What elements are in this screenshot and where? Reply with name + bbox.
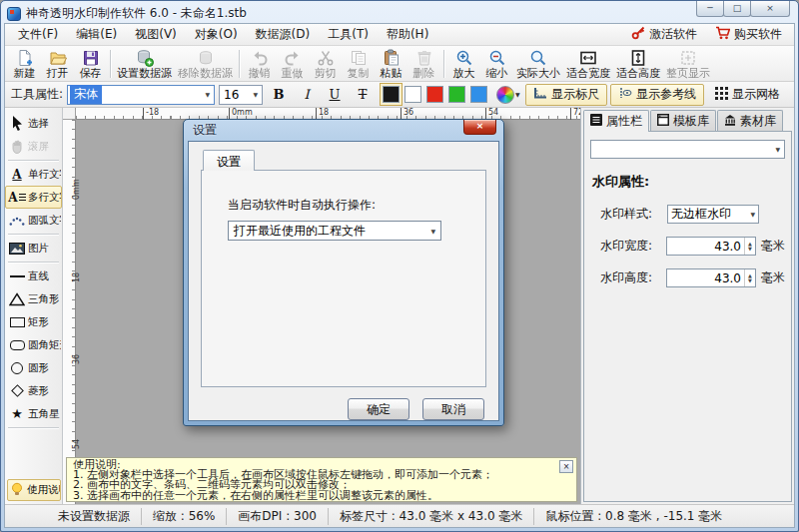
menu-right-actions: 激活软件 购买软件 <box>623 24 790 45</box>
set-datasource-button[interactable]: 设置数据源 <box>114 47 175 81</box>
tool-select[interactable]: 选择 <box>5 112 62 135</box>
undo-button[interactable]: 撤销 <box>243 47 276 81</box>
menu-item[interactable]: 帮助(H) <box>378 23 437 46</box>
menu-item[interactable]: 数据源(D) <box>247 23 320 46</box>
watermark-height-stepper[interactable]: 43.0 ▲▼ <box>666 268 756 287</box>
tool-rectangle[interactable]: 矩形 <box>5 310 62 333</box>
tab-materials[interactable]: 素材库 <box>717 110 783 132</box>
dialog-tab-settings[interactable]: 设置 <box>203 150 255 171</box>
fit-height-button[interactable]: 适合高度 <box>613 47 663 81</box>
element-selector-dropdown[interactable] <box>590 140 785 159</box>
maximize-button[interactable]: □ <box>723 1 751 17</box>
font-size-combo[interactable]: 16 <box>219 85 263 105</box>
dialog-close-button[interactable]: × <box>463 120 496 135</box>
save-floppy-icon <box>82 49 100 68</box>
close-button[interactable]: × <box>750 1 790 17</box>
bold-button[interactable]: B <box>267 84 291 106</box>
font-family-combo[interactable]: 宋体 <box>67 85 215 105</box>
startup-action-label: 当启动软件时自动执行操作: <box>228 197 485 214</box>
color-swatch[interactable] <box>383 86 400 103</box>
menu-item[interactable]: 工具(T) <box>319 23 378 46</box>
remove-datasource-button[interactable]: 移除数据源 <box>175 47 236 81</box>
dialog-title-bar[interactable]: 设置 <box>184 120 503 141</box>
menu-item[interactable]: 文件(F) <box>9 23 67 46</box>
minimize-button[interactable]: ─ <box>696 1 724 17</box>
clipboard-paste-icon <box>383 49 400 68</box>
tab-properties[interactable]: 属性栏 <box>583 110 649 132</box>
cut-button[interactable]: 剪切 <box>309 47 342 81</box>
usage-help-button[interactable]: 使用说明 <box>7 479 61 501</box>
tool-arc-text[interactable]: 圆弧文字 <box>5 209 62 232</box>
color-wheel-icon <box>496 86 514 104</box>
panel-tabs: 属性栏 模板库 素材库 <box>581 108 794 132</box>
tool-image[interactable]: 图片 <box>5 237 62 260</box>
usage-help-box: 使用说明:1. 左侧对象栏中选择一个工具后，在画布区域按住鼠标左键拖动，即可添加… <box>66 457 577 502</box>
redo-button[interactable]: 重做 <box>276 47 309 81</box>
tool-triangle[interactable]: 三角形 <box>5 287 62 310</box>
help-close-button[interactable]: × <box>559 460 573 473</box>
delete-button[interactable]: 删除 <box>407 47 440 81</box>
actual-size-button[interactable]: 实际大小 <box>513 47 563 81</box>
zoom-in-button[interactable]: 放大 <box>447 47 480 81</box>
status-item: 标签尺寸 : 43.0 毫米 x 43.0 毫米 <box>328 508 533 525</box>
tool-star[interactable]: ★ 五角星 <box>5 402 62 425</box>
tool-diamond[interactable]: 菱形 <box>5 379 62 402</box>
sidebar-separator <box>8 234 59 235</box>
tool-circle[interactable]: 圆形 <box>5 356 62 379</box>
open-button[interactable]: 打开 <box>41 47 74 81</box>
color-swatch[interactable] <box>448 86 465 103</box>
watermark-style-row: 水印样式: 无边框水印 <box>600 205 785 224</box>
fit-width-icon <box>579 49 597 68</box>
copy-button[interactable]: 复制 <box>342 47 375 81</box>
tool-rounded-rectangle[interactable]: 圆角矩形 <box>5 333 62 356</box>
spinner-arrows-icon[interactable]: ▲▼ <box>744 269 755 286</box>
fit-width-button[interactable]: 适合宽度 <box>563 47 613 81</box>
color-swatch[interactable] <box>404 86 421 103</box>
watermark-width-stepper[interactable]: 43.0 ▲▼ <box>666 237 756 256</box>
menu-item[interactable]: 对象(O) <box>186 23 247 46</box>
ruler-label: -18 <box>143 108 159 120</box>
tool-line[interactable]: 直线 <box>5 265 62 287</box>
show-grid-toggle[interactable]: 显示网格 <box>707 84 788 106</box>
tool-single-line-text[interactable]: A 单行文字 <box>5 163 62 186</box>
italic-button[interactable]: I <box>295 84 319 106</box>
activate-software-button[interactable]: 激活软件 <box>623 24 705 45</box>
cart-icon <box>715 26 730 43</box>
watermark-width-label: 水印宽度: <box>600 238 661 255</box>
bank-building-icon <box>724 114 736 129</box>
line-icon <box>8 275 26 277</box>
show-guides-toggle[interactable]: 显示参考线 <box>610 84 704 106</box>
cancel-button[interactable]: 取消 <box>422 398 484 420</box>
whole-page-button[interactable]: 整页显示 <box>663 47 713 81</box>
color-swatch[interactable] <box>470 86 487 103</box>
underline-button[interactable]: U <box>323 84 347 106</box>
menu-item[interactable]: 编辑(E) <box>67 23 126 46</box>
tab-templates[interactable]: 模板库 <box>650 110 716 132</box>
tool-pan[interactable]: 滚屏 <box>5 135 62 158</box>
custom-color-picker[interactable]: ▼ <box>496 86 520 104</box>
menu-item[interactable]: 视图(V) <box>126 23 186 46</box>
tool-multi-line-text[interactable]: A 多行文字 <box>5 186 62 209</box>
sidebar-separator <box>8 427 59 428</box>
ok-button[interactable]: 确定 <box>348 398 409 420</box>
chevron-down-icon: ▼ <box>515 91 520 98</box>
status-item: 画布DPI : 300 <box>226 508 328 525</box>
arc-text-icon <box>8 215 26 227</box>
new-button[interactable]: 新建 <box>8 47 41 81</box>
startup-action-dropdown[interactable]: 打开最近使用的工程文件 <box>228 221 441 241</box>
multi-line-text-icon: A <box>8 191 26 205</box>
ruler-icon <box>533 87 547 102</box>
canvas-area[interactable]: -180mm18365472 0mm183654 设置 × 设置 当启动软件时自… <box>63 108 580 504</box>
watermark-width-unit: 毫米 <box>761 238 785 255</box>
spinner-arrows-icon[interactable]: ▲▼ <box>744 238 755 255</box>
paste-button[interactable]: 粘贴 <box>375 47 407 81</box>
save-button[interactable]: 保存 <box>74 47 107 81</box>
rounded-rectangle-icon <box>8 340 26 350</box>
buy-software-button[interactable]: 购买软件 <box>707 24 790 45</box>
strikethrough-button[interactable]: T <box>351 84 375 106</box>
show-ruler-toggle[interactable]: 显示标尺 <box>525 84 607 106</box>
watermark-style-select[interactable]: 无边框水印 <box>667 205 759 224</box>
color-swatch[interactable] <box>426 86 443 103</box>
fit-height-icon <box>629 49 647 68</box>
zoom-out-button[interactable]: 缩小 <box>480 47 513 81</box>
